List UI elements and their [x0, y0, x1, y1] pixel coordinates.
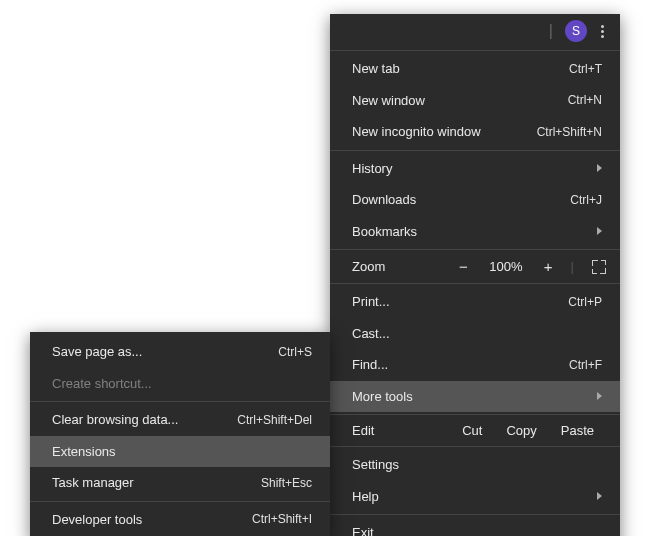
- bookmarks-item[interactable]: Bookmarks: [330, 216, 620, 248]
- create-shortcut-item: Create shortcut...: [30, 368, 330, 400]
- menu-shortcut: Ctrl+S: [278, 343, 312, 361]
- menu-shortcut: Ctrl+N: [568, 91, 602, 109]
- help-item[interactable]: Help: [330, 481, 620, 513]
- more-tools-item[interactable]: More tools: [330, 381, 620, 413]
- menu-divider: [330, 283, 620, 284]
- menu-shortcut: Ctrl+Shift+Del: [237, 411, 312, 429]
- downloads-item[interactable]: Downloads Ctrl+J: [330, 184, 620, 216]
- paste-button[interactable]: Paste: [549, 423, 606, 438]
- fullscreen-icon[interactable]: [592, 260, 606, 274]
- kebab-menu-icon[interactable]: [597, 21, 608, 42]
- menu-label: Task manager: [52, 473, 261, 493]
- history-item[interactable]: History: [330, 153, 620, 185]
- avatar[interactable]: S: [565, 20, 587, 42]
- cast-item[interactable]: Cast...: [330, 318, 620, 350]
- menu-label: New tab: [352, 59, 569, 79]
- chrome-main-menu: | S New tab Ctrl+T New window Ctrl+N New…: [330, 14, 620, 536]
- menu-header: | S: [330, 14, 620, 48]
- zoom-label: Zoom: [352, 259, 441, 274]
- menu-label: Downloads: [352, 190, 570, 210]
- menu-label: Settings: [352, 455, 602, 475]
- menu-shortcut: Ctrl+J: [570, 191, 602, 209]
- cut-button[interactable]: Cut: [450, 423, 494, 438]
- menu-label: New incognito window: [352, 122, 537, 142]
- menu-shortcut: Ctrl+Shift+N: [537, 123, 602, 141]
- menu-label: More tools: [352, 387, 589, 407]
- print-item[interactable]: Print... Ctrl+P: [330, 286, 620, 318]
- chevron-right-icon: [597, 392, 602, 400]
- menu-divider: [330, 414, 620, 415]
- save-page-item[interactable]: Save page as... Ctrl+S: [30, 336, 330, 368]
- menu-divider: [330, 514, 620, 515]
- menu-shortcut: Ctrl+F: [569, 356, 602, 374]
- extensions-item[interactable]: Extensions: [30, 436, 330, 468]
- chevron-right-icon: [597, 492, 602, 500]
- developer-tools-item[interactable]: Developer tools Ctrl+Shift+I: [30, 504, 330, 536]
- menu-label: Cast...: [352, 324, 602, 344]
- find-item[interactable]: Find... Ctrl+F: [330, 349, 620, 381]
- edit-label: Edit: [352, 423, 450, 438]
- menu-label: Create shortcut...: [52, 374, 312, 394]
- menu-label: Save page as...: [52, 342, 278, 362]
- menu-label: Developer tools: [52, 510, 252, 530]
- menu-divider: [30, 401, 330, 402]
- chevron-right-icon: [597, 227, 602, 235]
- menu-label: Find...: [352, 355, 569, 375]
- menu-divider: [330, 249, 620, 250]
- menu-label: Bookmarks: [352, 222, 589, 242]
- menu-shortcut: Ctrl+Shift+I: [252, 510, 312, 528]
- menu-shortcut: Ctrl+T: [569, 60, 602, 78]
- menu-label: Clear browsing data...: [52, 410, 237, 430]
- menu-divider: [330, 50, 620, 51]
- chevron-right-icon: [597, 164, 602, 172]
- avatar-letter: S: [572, 24, 580, 38]
- menu-divider: [330, 446, 620, 447]
- copy-button[interactable]: Copy: [494, 423, 548, 438]
- profile-separator: |: [549, 22, 553, 40]
- new-window-item[interactable]: New window Ctrl+N: [330, 85, 620, 117]
- zoom-out-button[interactable]: −: [449, 258, 478, 275]
- clear-browsing-item[interactable]: Clear browsing data... Ctrl+Shift+Del: [30, 404, 330, 436]
- more-tools-submenu: Save page as... Ctrl+S Create shortcut..…: [30, 332, 330, 536]
- menu-label: Help: [352, 487, 589, 507]
- edit-row: Edit Cut Copy Paste: [330, 417, 620, 444]
- menu-divider: [330, 150, 620, 151]
- new-incognito-item[interactable]: New incognito window Ctrl+Shift+N: [330, 116, 620, 148]
- menu-divider: [30, 501, 330, 502]
- zoom-separator: |: [571, 259, 574, 274]
- new-tab-item[interactable]: New tab Ctrl+T: [330, 53, 620, 85]
- settings-item[interactable]: Settings: [330, 449, 620, 481]
- menu-shortcut: Shift+Esc: [261, 474, 312, 492]
- task-manager-item[interactable]: Task manager Shift+Esc: [30, 467, 330, 499]
- menu-label: Print...: [352, 292, 568, 312]
- menu-label: Exit: [352, 523, 602, 536]
- menu-label: History: [352, 159, 589, 179]
- menu-label: Extensions: [52, 442, 312, 462]
- zoom-value: 100%: [486, 259, 526, 274]
- zoom-in-button[interactable]: +: [534, 258, 563, 275]
- zoom-row: Zoom − 100% + |: [330, 252, 620, 281]
- menu-label: New window: [352, 91, 568, 111]
- menu-shortcut: Ctrl+P: [568, 293, 602, 311]
- exit-item[interactable]: Exit: [330, 517, 620, 536]
